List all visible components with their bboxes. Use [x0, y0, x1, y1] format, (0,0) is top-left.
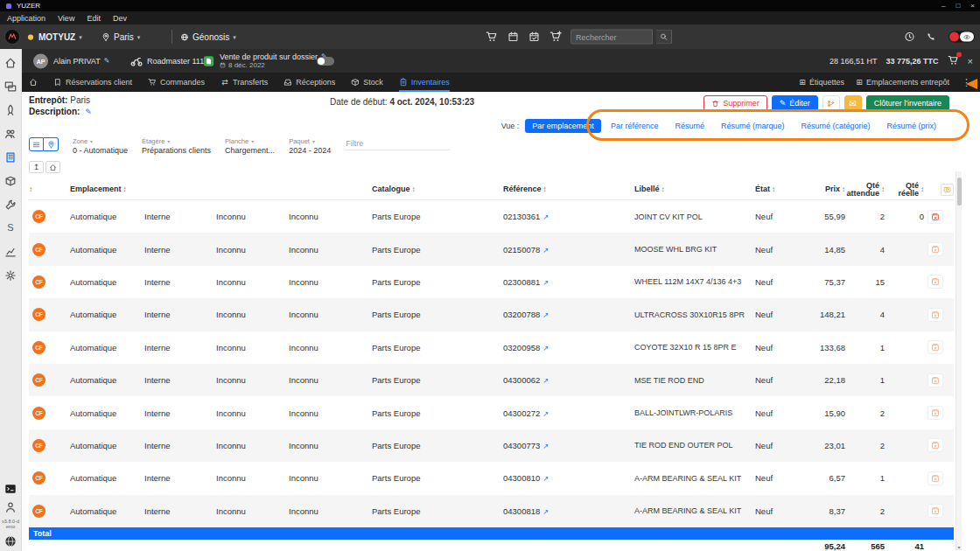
scrollbar-thumb[interactable]: [957, 178, 962, 206]
tab-home[interactable]: [29, 73, 38, 92]
delete-button[interactable]: Supprimer: [704, 95, 767, 111]
cart-button[interactable]: [486, 31, 498, 43]
column-header-reference[interactable]: Référence↕: [503, 185, 634, 193]
row-action-button[interactable]: [928, 373, 943, 387]
dossier-link[interactable]: Vente de produit sur dossier: [220, 52, 318, 61]
view-tab-resume-categorie[interactable]: Résumé (catégorie): [794, 119, 877, 133]
filter-planche[interactable]: Planche▾Chargement...: [225, 137, 275, 155]
external-link-icon[interactable]: ↗: [542, 279, 549, 287]
row-action-button[interactable]: [928, 275, 943, 289]
history-button[interactable]: [904, 31, 915, 43]
site-selector[interactable]: Paris▾: [102, 32, 140, 42]
view-tab-resume-prix[interactable]: Résumé (prix): [879, 119, 943, 133]
external-link-icon[interactable]: ↗: [542, 311, 549, 319]
close-context-button[interactable]: ×: [968, 56, 973, 66]
edit-button[interactable]: ✎ Éditer: [772, 95, 818, 111]
filter-etagere[interactable]: Étagère▾Préparations clients: [142, 137, 211, 155]
menu-dev[interactable]: Dev: [113, 14, 127, 23]
calendar-button[interactable]: [508, 31, 519, 43]
column-header-prix[interactable]: Prix↕: [812, 185, 849, 193]
close-inventory-button[interactable]: Clôturer l'inventaire: [866, 95, 949, 111]
tab-commandes[interactable]: Commandes: [148, 73, 205, 92]
sidebar-item-box[interactable]: [4, 174, 18, 187]
external-link-icon[interactable]: ↗: [542, 475, 549, 483]
vehicle-link[interactable]: Roadmaster 111: [147, 57, 204, 66]
column-header-qte_attendue[interactable]: Qté attendue↕: [849, 182, 888, 198]
row-action-button[interactable]: [928, 242, 943, 256]
edit-description-icon[interactable]: ✎: [85, 108, 92, 116]
planning-button[interactable]: [528, 31, 540, 43]
action-etiquettes[interactable]: ⊞Étiquettes: [798, 78, 844, 87]
external-link-icon[interactable]: ↗: [542, 410, 549, 418]
menu-view[interactable]: View: [58, 14, 74, 23]
row-action-button[interactable]: [928, 210, 943, 224]
action-emplacements-entrepot[interactable]: ⊞Emplacements entrepôt: [855, 78, 949, 87]
sidebar-item-terminal[interactable]: [4, 482, 18, 495]
scroll-down-arrow[interactable]: ▾: [956, 544, 962, 550]
company-selector[interactable]: MOTYUZ▾: [26, 32, 82, 42]
column-header-etat[interactable]: État↕: [755, 185, 812, 193]
map-view-button[interactable]: [44, 137, 59, 151]
collapse-all-button[interactable]: ↥: [29, 161, 44, 173]
cart-badge-button[interactable]: [948, 54, 959, 67]
filter-input[interactable]: [345, 137, 450, 150]
view-tab-par-emplacement[interactable]: Par emplacement: [525, 119, 601, 133]
mail-button[interactable]: ✉: [844, 95, 862, 111]
purchases-button[interactable]: [550, 31, 562, 43]
customer-avatar[interactable]: AP: [33, 53, 48, 68]
row-action-button[interactable]: [928, 406, 943, 420]
sidebar-item-globe[interactable]: [4, 534, 18, 548]
sidebar-item-wrench[interactable]: [4, 198, 18, 211]
sidebar-item-home[interactable]: [4, 56, 18, 69]
sidebar-item-chart[interactable]: [4, 245, 18, 258]
external-link-icon[interactable]: ↗: [542, 345, 549, 352]
column-header-select[interactable]: ↕: [29, 185, 70, 193]
sidebar-item-gear[interactable]: [4, 269, 18, 282]
sidebar-item-users[interactable]: [4, 127, 18, 140]
column-header-qte_reelle[interactable]: Qté réelle↕: [888, 182, 928, 198]
warehouse-selector[interactable]: Géonosis▾: [180, 32, 236, 42]
sidebar-item-letter-s[interactable]: S: [4, 221, 18, 234]
table-settings-button[interactable]: [941, 184, 954, 196]
sidebar-item-building[interactable]: [4, 150, 18, 164]
search-input[interactable]: [570, 30, 653, 45]
sidebar-item-screens[interactable]: [4, 80, 18, 93]
row-action-button[interactable]: [928, 471, 943, 485]
customer-link[interactable]: Alain PRIVAT ✎: [53, 57, 109, 66]
minimize-button[interactable]: –: [942, 2, 945, 10]
external-link-icon[interactable]: ↗: [542, 377, 549, 385]
tab-reservations-client[interactable]: Réservations client: [53, 73, 132, 92]
phone-button[interactable]: [926, 31, 936, 42]
view-tab-resume[interactable]: Résumé: [668, 119, 711, 133]
column-header-libelle[interactable]: Libellé↕: [634, 185, 755, 193]
close-window-button[interactable]: ×: [970, 2, 975, 10]
sidebar-item-person[interactable]: [4, 500, 18, 513]
filter-paquet[interactable]: Paquet▾2024 - 2024: [289, 137, 331, 155]
row-action-button[interactable]: [928, 504, 943, 518]
row-action-button[interactable]: [928, 308, 943, 322]
external-link-icon[interactable]: ↗: [542, 213, 549, 221]
sidebar-item-rocket[interactable]: [4, 103, 18, 116]
external-link-icon[interactable]: ↗: [542, 508, 549, 516]
menu-application[interactable]: Application: [7, 14, 46, 23]
fork-button[interactable]: [822, 95, 840, 111]
tab-transferts[interactable]: ⇄Transferts: [220, 73, 268, 92]
tab-receptions[interactable]: Réceptions: [284, 73, 335, 92]
view-tab-par-reference[interactable]: Par référence: [604, 119, 666, 133]
visibility-toggle[interactable]: [948, 31, 975, 43]
brand-logo-icon[interactable]: [4, 29, 20, 45]
list-view-button[interactable]: [29, 137, 44, 151]
external-link-icon[interactable]: ↗: [542, 247, 549, 255]
row-action-button[interactable]: [928, 340, 943, 354]
row-action-button[interactable]: [928, 438, 943, 452]
root-level-button[interactable]: [46, 161, 60, 173]
column-header-catalogue[interactable]: Catalogue↕: [372, 185, 503, 193]
filter-zone[interactable]: Zone▾0 - Automatique: [73, 137, 128, 155]
tab-inventaires[interactable]: Inventaires: [399, 73, 450, 92]
view-tab-resume-marque[interactable]: Résumé (marque): [714, 119, 792, 133]
column-header-emplacement[interactable]: Emplacement↕: [70, 185, 144, 193]
maximize-button[interactable]: □: [956, 2, 960, 10]
external-link-icon[interactable]: ↗: [542, 443, 549, 450]
menu-edit[interactable]: Edit: [87, 14, 101, 23]
search-button[interactable]: [656, 30, 672, 45]
